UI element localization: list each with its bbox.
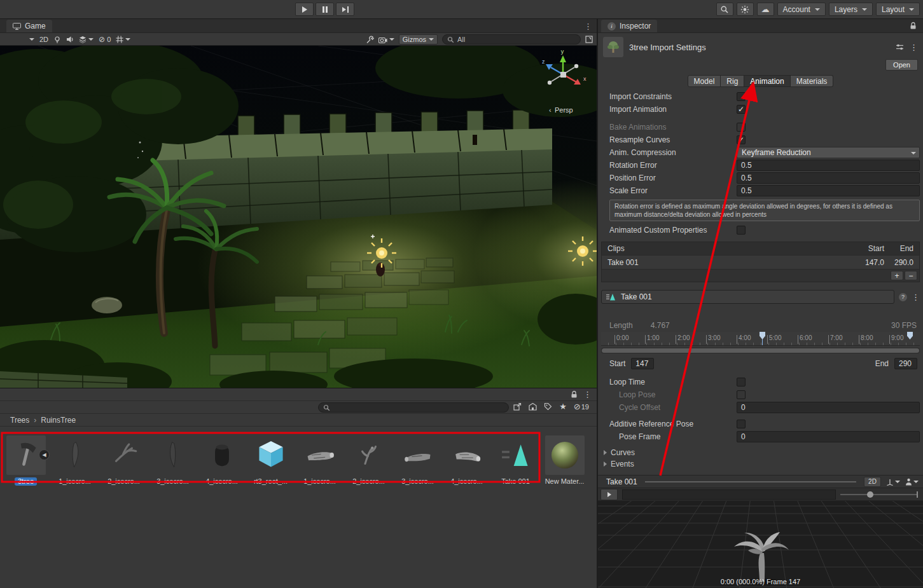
tab-model[interactable]: Model xyxy=(688,75,721,87)
asset-item[interactable]: 3_icecro... xyxy=(393,435,442,486)
asset-label: New Mater... xyxy=(542,477,588,486)
animated-custom-properties-checkbox[interactable] xyxy=(737,226,746,235)
cloud-services-button[interactable]: ☁ xyxy=(757,3,774,16)
additive-reference-pose-checkbox[interactable] xyxy=(737,420,746,428)
animated-custom-properties-label: Animated Custom Properties xyxy=(609,226,737,235)
camera-dropdown[interactable] xyxy=(378,36,394,43)
layout-dropdown[interactable]: Layout xyxy=(876,3,920,16)
asset-item[interactable]: 4_icecro... xyxy=(442,435,491,486)
tab-rig[interactable]: Rig xyxy=(721,75,744,87)
layers-dropdown[interactable]: Layers xyxy=(829,3,873,16)
breadcrumb-current[interactable]: RuinsTree xyxy=(41,416,76,425)
asset-item[interactable]: 4_icecro... xyxy=(197,435,246,486)
step-button[interactable] xyxy=(336,3,354,16)
remove-clip-button[interactable]: − xyxy=(905,271,917,280)
pause-button[interactable] xyxy=(316,3,334,16)
effects-dropdown[interactable] xyxy=(79,36,94,43)
asset-item[interactable]: 1_icecro... xyxy=(295,435,344,486)
tab-animation[interactable]: Animation xyxy=(744,75,790,87)
scale-error-field[interactable]: 0.5 xyxy=(737,185,920,196)
tools-button[interactable] xyxy=(366,36,374,44)
preview-play-button[interactable] xyxy=(600,489,618,500)
lock-icon[interactable] xyxy=(571,390,578,399)
lighting-toggle[interactable] xyxy=(53,36,61,43)
expand-subassets-button[interactable]: ◀ xyxy=(39,449,50,460)
preview-scrub-slider[interactable] xyxy=(645,481,856,482)
animation-preview-viewport[interactable]: 0:00 (000.0%) Frame 147 xyxy=(598,501,923,588)
slider-knob[interactable] xyxy=(867,491,873,498)
kebab-menu-icon[interactable]: ⋮ xyxy=(912,293,920,301)
preview-speed-slider[interactable] xyxy=(840,489,918,500)
kebab-menu-icon[interactable]: ⋮ xyxy=(583,390,592,399)
clip-end-handle[interactable] xyxy=(907,332,913,339)
breadcrumb-parent[interactable]: Trees xyxy=(10,416,29,425)
presets-icon[interactable] xyxy=(896,43,904,51)
game-search-input[interactable]: All xyxy=(442,34,581,44)
kebab-menu-icon[interactable]: ⋮ xyxy=(584,22,592,31)
preview-pivot-button[interactable] xyxy=(886,477,900,487)
maximize-button[interactable] xyxy=(585,36,593,43)
preview-avatar-button[interactable] xyxy=(905,477,919,487)
game-tab-bar: Game ⋮ xyxy=(0,19,597,33)
curves-foldout[interactable]: Curves xyxy=(598,447,923,458)
progress-activity-button[interactable] xyxy=(737,3,754,16)
start-field[interactable]: 147 xyxy=(631,358,654,369)
clip-name-field[interactable]: Take 001 xyxy=(601,290,894,304)
resample-curves-checkbox[interactable] xyxy=(737,135,746,144)
asset-item-3tree[interactable]: 3tree ◀ xyxy=(1,435,50,486)
asset-grid: 3tree ◀ 1_icecro... 2_icecro... 3_icecro… xyxy=(0,427,597,588)
chevron-down-icon xyxy=(913,481,919,483)
preview-2d-toggle[interactable]: 2D xyxy=(864,477,881,487)
kebab-menu-icon[interactable]: ⋮ xyxy=(910,43,918,51)
gizmos-dropdown[interactable]: Gizmos xyxy=(399,34,438,44)
clip-timeline-ruler[interactable]: 0:00 1:00 2:00 3:00 4:00 5:00 6:00 7:00 … xyxy=(601,332,920,346)
hidden-items-toggle[interactable]: ⊘ 19 xyxy=(574,402,589,411)
end-field[interactable]: 290 xyxy=(894,358,917,369)
asset-item[interactable]: 2_icecro... xyxy=(99,435,148,486)
tab-game[interactable]: Game xyxy=(6,20,52,32)
preview-timeline-strip[interactable] xyxy=(622,489,836,500)
tab-materials[interactable]: Materials xyxy=(791,75,834,87)
pose-frame-field[interactable]: 0 xyxy=(737,431,920,442)
events-foldout[interactable]: Events xyxy=(598,458,923,470)
help-icon[interactable]: ? xyxy=(899,293,907,301)
label-tag-icon[interactable] xyxy=(544,402,552,411)
clips-title: Clips xyxy=(607,244,625,253)
lock-icon[interactable] xyxy=(910,22,917,30)
asset-item[interactable]: rt3_root_... xyxy=(246,435,295,486)
import-constraints-checkbox[interactable] xyxy=(737,92,746,101)
asset-item-take001[interactable]: Take 001 xyxy=(491,435,540,486)
search-button[interactable] xyxy=(716,3,733,16)
play-icon xyxy=(302,6,307,13)
display-dropdown[interactable] xyxy=(29,38,34,41)
audio-toggle[interactable] xyxy=(66,36,74,43)
open-inspector-icon[interactable] xyxy=(513,402,522,411)
mode-2d-toggle[interactable]: 2D xyxy=(39,36,48,43)
timeline-scrollbar-thumb[interactable] xyxy=(602,348,919,353)
cycle-offset-field[interactable]: 0 xyxy=(737,402,920,413)
import-animation-checkbox[interactable] xyxy=(737,105,746,114)
clip-start-handle[interactable] xyxy=(760,332,765,339)
project-search-input[interactable] xyxy=(318,402,509,413)
asset-item-new-material[interactable]: New Mater... xyxy=(540,435,589,486)
tab-inspector[interactable]: i Inspector xyxy=(601,20,657,32)
favorites-star-icon[interactable]: ★ xyxy=(559,402,567,411)
account-dropdown[interactable]: Account xyxy=(777,3,826,16)
asset-item[interactable]: 1_icecro... xyxy=(50,435,99,486)
chevron-down-icon xyxy=(88,38,94,41)
add-clip-button[interactable]: + xyxy=(891,271,903,280)
asset-store-icon[interactable] xyxy=(529,403,537,411)
anim-compression-dropdown[interactable]: Keyframe Reduction xyxy=(737,147,920,158)
open-button[interactable]: Open xyxy=(885,59,918,71)
asset-item[interactable]: 2_icecro... xyxy=(344,435,393,486)
clip-row-take001[interactable]: Take 001 147.0 290.0 xyxy=(602,255,919,269)
position-error-field[interactable]: 0.5 xyxy=(737,172,920,184)
loop-time-checkbox[interactable] xyxy=(737,378,746,386)
hidden-objects-toggle[interactable]: ⊘ 0 xyxy=(99,36,111,43)
game-viewport[interactable]: y x z ‹ Persp xyxy=(0,46,597,388)
asset-item[interactable]: 3_icecro... xyxy=(148,435,197,486)
timeline-scrollbar[interactable] xyxy=(601,348,920,353)
play-button[interactable] xyxy=(295,3,314,16)
rotation-error-field[interactable]: 0.5 xyxy=(737,160,920,171)
grid-toggle[interactable] xyxy=(116,36,130,43)
